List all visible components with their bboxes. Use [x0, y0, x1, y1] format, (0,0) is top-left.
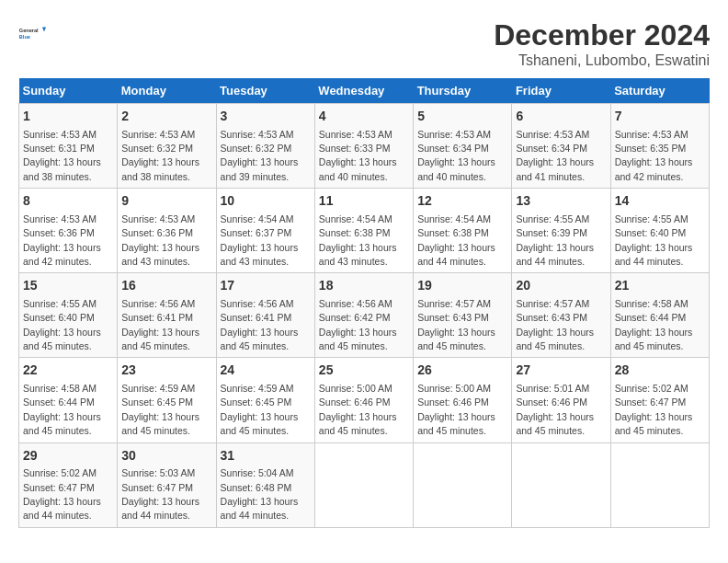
day-number: 16	[121, 277, 211, 295]
svg-text:Blue: Blue	[19, 34, 30, 40]
day-number: 27	[516, 362, 606, 380]
day-number: 1	[23, 108, 113, 126]
day-info: Sunrise: 4:58 AMSunset: 6:44 PMDaylight:…	[615, 298, 693, 351]
calendar-cell: 22 Sunrise: 4:58 AMSunset: 6:44 PMDaylig…	[19, 358, 118, 442]
calendar-cell: 25 Sunrise: 5:00 AMSunset: 6:46 PMDaylig…	[314, 358, 413, 442]
calendar-cell	[314, 442, 413, 527]
day-number: 21	[615, 277, 705, 295]
day-number: 25	[319, 362, 409, 380]
day-info: Sunrise: 4:59 AMSunset: 6:45 PMDaylight:…	[221, 383, 299, 436]
calendar-cell: 16 Sunrise: 4:56 AMSunset: 6:41 PMDaylig…	[118, 273, 216, 358]
day-number: 14	[615, 192, 705, 211]
calendar-week-row: 15 Sunrise: 4:55 AMSunset: 6:40 PMDaylig…	[19, 273, 710, 358]
day-info: Sunrise: 5:04 AMSunset: 6:48 PMDaylight:…	[221, 467, 299, 521]
calendar-cell: 19 Sunrise: 4:57 AMSunset: 6:43 PMDaylig…	[414, 273, 512, 358]
calendar-cell	[610, 442, 709, 527]
day-info: Sunrise: 4:59 AMSunset: 6:45 PMDaylight:…	[121, 383, 199, 436]
day-number: 31	[221, 447, 311, 465]
calendar-cell: 23 Sunrise: 4:59 AMSunset: 6:45 PMDaylig…	[118, 358, 216, 442]
day-number: 9	[121, 192, 211, 211]
day-info: Sunrise: 5:00 AMSunset: 6:46 PMDaylight:…	[319, 383, 397, 436]
calendar-cell: 29 Sunrise: 5:02 AMSunset: 6:47 PMDaylig…	[19, 442, 118, 527]
day-number: 24	[221, 362, 311, 380]
day-number: 30	[121, 447, 211, 465]
day-info: Sunrise: 4:57 AMSunset: 6:43 PMDaylight:…	[516, 298, 594, 351]
calendar-cell: 20 Sunrise: 4:57 AMSunset: 6:43 PMDaylig…	[512, 273, 610, 358]
calendar-cell	[414, 442, 512, 527]
day-number: 13	[516, 192, 606, 211]
header-sunday: Sunday	[19, 78, 118, 104]
day-number: 22	[23, 362, 113, 380]
day-number: 5	[417, 108, 507, 126]
day-info: Sunrise: 4:56 AMSunset: 6:41 PMDaylight:…	[121, 298, 199, 351]
day-number: 3	[221, 108, 311, 126]
day-info: Sunrise: 4:53 AMSunset: 6:34 PMDaylight:…	[516, 129, 594, 182]
day-info: Sunrise: 5:03 AMSunset: 6:47 PMDaylight:…	[121, 467, 199, 521]
calendar-cell: 15 Sunrise: 4:55 AMSunset: 6:40 PMDaylig…	[19, 273, 118, 358]
day-number: 28	[615, 362, 705, 380]
calendar-cell: 2 Sunrise: 4:53 AMSunset: 6:32 PMDayligh…	[118, 104, 216, 189]
calendar-cell: 14 Sunrise: 4:55 AMSunset: 6:40 PMDaylig…	[610, 189, 709, 273]
day-info: Sunrise: 4:53 AMSunset: 6:32 PMDaylight:…	[121, 129, 199, 182]
day-number: 10	[221, 192, 311, 211]
calendar-cell: 13 Sunrise: 4:55 AMSunset: 6:39 PMDaylig…	[512, 189, 610, 273]
day-number: 29	[23, 447, 113, 465]
day-info: Sunrise: 5:02 AMSunset: 6:47 PMDaylight:…	[615, 383, 693, 436]
day-info: Sunrise: 4:55 AMSunset: 6:39 PMDaylight:…	[516, 213, 594, 267]
day-info: Sunrise: 4:54 AMSunset: 6:37 PMDaylight:…	[221, 213, 299, 267]
calendar-cell: 28 Sunrise: 5:02 AMSunset: 6:47 PMDaylig…	[610, 358, 709, 442]
day-info: Sunrise: 4:53 AMSunset: 6:31 PMDaylight:…	[23, 129, 101, 182]
calendar-cell: 10 Sunrise: 4:54 AMSunset: 6:37 PMDaylig…	[216, 189, 314, 273]
day-number: 2	[121, 108, 211, 126]
calendar-cell: 17 Sunrise: 4:56 AMSunset: 6:41 PMDaylig…	[216, 273, 314, 358]
day-number: 8	[23, 192, 113, 211]
header-wednesday: Wednesday	[314, 78, 413, 104]
calendar-header-row: Sunday Monday Tuesday Wednesday Thursday…	[19, 78, 710, 104]
calendar-cell: 4 Sunrise: 4:53 AMSunset: 6:33 PMDayligh…	[314, 104, 413, 189]
page-header: GeneralBlue December 2024 Tshaneni, Lubo…	[18, 18, 710, 69]
day-number: 20	[516, 277, 606, 295]
calendar-cell: 9 Sunrise: 4:53 AMSunset: 6:36 PMDayligh…	[118, 189, 216, 273]
calendar-week-row: 22 Sunrise: 4:58 AMSunset: 6:44 PMDaylig…	[19, 358, 710, 442]
calendar-week-row: 8 Sunrise: 4:53 AMSunset: 6:36 PMDayligh…	[19, 189, 710, 273]
day-info: Sunrise: 4:53 AMSunset: 6:33 PMDaylight:…	[319, 129, 397, 182]
header-saturday: Saturday	[610, 78, 709, 104]
header-friday: Friday	[512, 78, 610, 104]
calendar-cell: 26 Sunrise: 5:00 AMSunset: 6:46 PMDaylig…	[414, 358, 512, 442]
calendar-cell: 6 Sunrise: 4:53 AMSunset: 6:34 PMDayligh…	[512, 104, 610, 189]
calendar-cell: 11 Sunrise: 4:54 AMSunset: 6:38 PMDaylig…	[314, 189, 413, 273]
calendar-week-row: 29 Sunrise: 5:02 AMSunset: 6:47 PMDaylig…	[19, 442, 710, 527]
calendar-cell: 27 Sunrise: 5:01 AMSunset: 6:46 PMDaylig…	[512, 358, 610, 442]
day-number: 17	[221, 277, 311, 295]
day-number: 15	[23, 277, 113, 295]
calendar-week-row: 1 Sunrise: 4:53 AMSunset: 6:31 PMDayligh…	[19, 104, 710, 189]
day-info: Sunrise: 4:53 AMSunset: 6:34 PMDaylight:…	[417, 129, 495, 182]
title-block: December 2024 Tshaneni, Lubombo, Eswatin…	[494, 18, 710, 69]
calendar-cell: 30 Sunrise: 5:03 AMSunset: 6:47 PMDaylig…	[118, 442, 216, 527]
day-number: 6	[516, 108, 606, 126]
day-info: Sunrise: 4:53 AMSunset: 6:35 PMDaylight:…	[615, 129, 693, 182]
day-info: Sunrise: 4:53 AMSunset: 6:36 PMDaylight:…	[121, 213, 199, 267]
day-number: 12	[417, 192, 507, 211]
header-monday: Monday	[118, 78, 216, 104]
calendar-cell: 24 Sunrise: 4:59 AMSunset: 6:45 PMDaylig…	[216, 358, 314, 442]
day-number: 23	[121, 362, 211, 380]
calendar-table: Sunday Monday Tuesday Wednesday Thursday…	[18, 78, 710, 528]
header-thursday: Thursday	[414, 78, 512, 104]
calendar-cell: 8 Sunrise: 4:53 AMSunset: 6:36 PMDayligh…	[19, 189, 118, 273]
day-number: 4	[319, 108, 409, 126]
day-number: 19	[417, 277, 507, 295]
day-info: Sunrise: 4:57 AMSunset: 6:43 PMDaylight:…	[417, 298, 495, 351]
page-subtitle: Tshaneni, Lubombo, Eswatini	[494, 52, 710, 69]
day-info: Sunrise: 4:58 AMSunset: 6:44 PMDaylight:…	[23, 383, 101, 436]
svg-text:General: General	[19, 28, 39, 33]
page-title: December 2024	[494, 18, 710, 52]
day-info: Sunrise: 4:54 AMSunset: 6:38 PMDaylight:…	[319, 213, 397, 267]
day-number: 11	[319, 192, 409, 211]
calendar-cell: 3 Sunrise: 4:53 AMSunset: 6:32 PMDayligh…	[216, 104, 314, 189]
calendar-cell: 18 Sunrise: 4:56 AMSunset: 6:42 PMDaylig…	[314, 273, 413, 358]
day-info: Sunrise: 5:02 AMSunset: 6:47 PMDaylight:…	[23, 467, 101, 521]
day-info: Sunrise: 4:55 AMSunset: 6:40 PMDaylight:…	[23, 298, 101, 351]
day-number: 18	[319, 277, 409, 295]
day-info: Sunrise: 4:53 AMSunset: 6:36 PMDaylight:…	[23, 213, 101, 267]
